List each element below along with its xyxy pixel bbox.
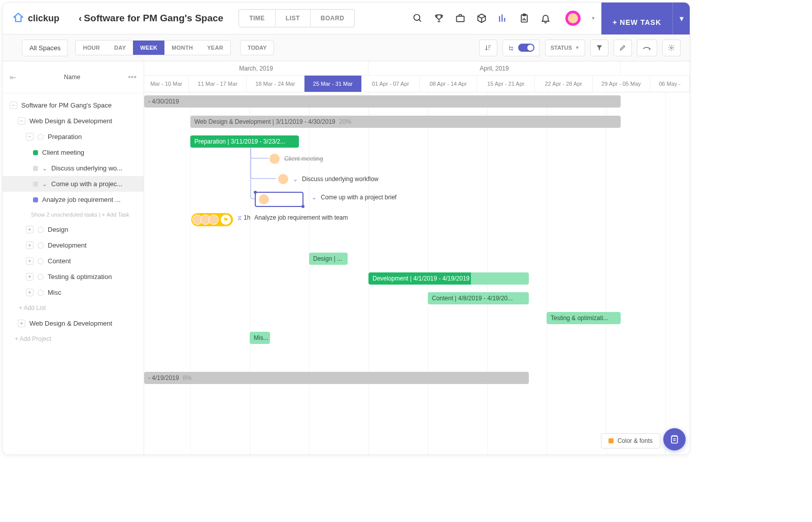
tree-task[interactable]: ⌄Discuss underlying wo... — [3, 160, 144, 176]
new-task-button: + NEW TASK ▾ — [601, 3, 690, 34]
gantt-bar-space[interactable]: - 4/30/2019 — [144, 95, 621, 108]
search-icon[interactable] — [412, 13, 423, 24]
subtask-icon: ⌄ — [312, 194, 317, 201]
svg-rect-14 — [671, 436, 678, 443]
svg-point-12 — [512, 49, 513, 50]
task-label: Discuss underlying workflow — [302, 176, 379, 183]
flag-icon: ⚑ — [221, 215, 231, 225]
tree-list-design[interactable]: +Design — [3, 222, 144, 237]
color-fonts-button[interactable]: Color & fonts — [601, 433, 660, 448]
bell-icon[interactable] — [540, 13, 551, 24]
name-column-header: Name — [16, 74, 128, 81]
tree-task-selected[interactable]: ⌄Come up with a projec... — [3, 176, 144, 192]
gantt-bar-project[interactable]: Web Design & Development | 3/11/2019 - 4… — [190, 116, 621, 128]
week-header: 29 Apr - 05 May — [593, 76, 651, 92]
tree-project[interactable]: +Web Design & Development — [3, 316, 144, 331]
cube-icon[interactable] — [476, 13, 487, 24]
back-chevron-icon[interactable]: ‹ — [79, 13, 82, 24]
trophy-icon[interactable] — [433, 13, 445, 24]
toggle-on[interactable] — [518, 44, 534, 52]
gantt-task-row[interactable]: Client meeting — [269, 153, 323, 164]
tab-board[interactable]: BOARD — [311, 10, 355, 27]
gantt-task-pill[interactable]: ⚑ — [191, 213, 233, 226]
tree-project[interactable]: −Web Design & Development — [3, 113, 144, 129]
week-header: 01 Apr - 07 Apr — [362, 76, 420, 92]
task-label: Client meeting — [284, 155, 323, 162]
zoom-hour[interactable]: HOUR — [76, 41, 107, 55]
gantt-bar-project[interactable]: - 4/19/2019 8% — [144, 372, 529, 384]
hourglass-icon: ⧖ — [238, 214, 242, 221]
status-filter[interactable]: STATUS▼ — [545, 40, 585, 56]
gantt-bar-list[interactable]: Mis... — [250, 332, 270, 344]
gantt-task-row[interactable]: ⧖ 1h Analyze job requirement with team — [234, 214, 348, 221]
week-header: 06 May - — [650, 76, 690, 92]
gantt-bar-list[interactable]: Preparation | 3/11/2019 - 3/23/2... — [190, 135, 299, 148]
zoom-tabs: HOUR DAY WEEK MONTH YEAR — [75, 40, 231, 55]
tree-list-preparation[interactable]: −Preparation — [3, 129, 144, 145]
add-project-button[interactable]: + Add Project — [3, 331, 144, 346]
pencil-button[interactable] — [614, 40, 632, 56]
gantt-chart[interactable]: March, 2019 April, 2019 Mar - 10 Mar 11 … — [144, 61, 690, 455]
today-button[interactable]: TODAY — [240, 40, 274, 55]
tree-list-development[interactable]: +Development — [3, 237, 144, 253]
tree-list-content[interactable]: +Content — [3, 253, 144, 269]
more-icon[interactable]: ••• — [128, 73, 137, 82]
week-header: Mar - 10 Mar — [144, 76, 189, 92]
breadcrumb[interactable]: ‹ Software for PM Gang's Space — [79, 13, 223, 24]
month-header: March, 2019 — [144, 61, 368, 75]
gantt-bar-list[interactable]: Testing & optimizati... — [547, 312, 621, 324]
clipboard-icon[interactable] — [519, 13, 530, 24]
zoom-month[interactable]: MONTH — [164, 41, 200, 55]
gantt-bar-list[interactable]: Content | 4/8/2019 - 4/19/20... — [428, 292, 529, 304]
subtask-toggle[interactable] — [502, 40, 540, 56]
week-header: 18 Mar - 24 Mar — [247, 76, 304, 92]
view-tabs: TIME LIST BOARD — [239, 9, 355, 27]
gantt-icon[interactable] — [497, 13, 509, 24]
new-task-dropdown[interactable]: ▾ — [672, 3, 690, 34]
task-label: Come up with a project brief — [321, 194, 396, 201]
zoom-day[interactable]: DAY — [107, 41, 133, 55]
week-header: 15 Apr - 21 Apr — [477, 76, 535, 92]
svg-rect-2 — [457, 16, 464, 22]
zoom-year[interactable]: YEAR — [200, 41, 230, 55]
tab-time[interactable]: TIME — [239, 10, 276, 27]
notepad-fab[interactable] — [663, 428, 686, 450]
gantt-task-row[interactable]: ⌄ Discuss underlying workflow — [278, 173, 379, 185]
week-header-active: 25 Mar - 31 Mar — [304, 76, 362, 92]
logo[interactable]: clickup — [12, 12, 59, 25]
svg-point-0 — [414, 15, 420, 21]
user-avatar[interactable] — [565, 11, 581, 26]
week-header: 11 Mar - 17 Mar — [189, 76, 247, 92]
gantt-task-drag[interactable] — [255, 192, 303, 207]
sort-button[interactable] — [479, 40, 497, 56]
subtask-icon: ⌄ — [42, 181, 47, 188]
svg-point-13 — [670, 47, 672, 49]
svg-line-1 — [419, 20, 421, 22]
add-list-button[interactable]: + Add List — [3, 300, 144, 316]
avatar-dropdown-icon[interactable]: ▼ — [591, 16, 595, 21]
tree-task[interactable]: Analyze job requirement ... — [3, 192, 144, 207]
tree-list-testing[interactable]: +Testing & optimization — [3, 269, 144, 285]
tab-list[interactable]: LIST — [276, 10, 311, 27]
briefcase-icon[interactable] — [455, 13, 466, 24]
unscheduled-link[interactable]: Show 2 unscheduled tasks | + Add Task — [3, 207, 144, 222]
all-spaces-selector[interactable]: All Spaces — [22, 40, 68, 56]
tree-task[interactable]: Client meeting — [3, 145, 144, 160]
task-label: Analyze job requirement with team — [254, 214, 348, 221]
collapse-sidebar-icon[interactable]: ⇤ — [10, 73, 16, 82]
week-header: 08 Apr - 14 Apr — [420, 76, 478, 92]
gantt-task-row[interactable]: ⌄ Come up with a project brief — [312, 194, 396, 201]
assignee-avatar[interactable] — [278, 173, 289, 185]
dependency-button[interactable] — [637, 40, 657, 56]
settings-button[interactable] — [662, 40, 681, 56]
zoom-week[interactable]: WEEK — [133, 41, 164, 55]
subtask-icon: ⌄ — [42, 165, 47, 172]
filter-button[interactable] — [590, 40, 608, 56]
tree-space[interactable]: −Software for PM Gang's Space — [3, 97, 144, 113]
svg-point-11 — [512, 47, 513, 48]
gantt-bar-list[interactable]: Development | 4/1/2019 - 4/19/2019 — [368, 272, 529, 285]
tree-list-misc[interactable]: +Misc — [3, 285, 144, 300]
gantt-bar-list[interactable]: Design | ... — [309, 253, 348, 265]
assignee-avatar[interactable] — [269, 153, 280, 164]
month-header: April, 2019 — [368, 61, 621, 75]
